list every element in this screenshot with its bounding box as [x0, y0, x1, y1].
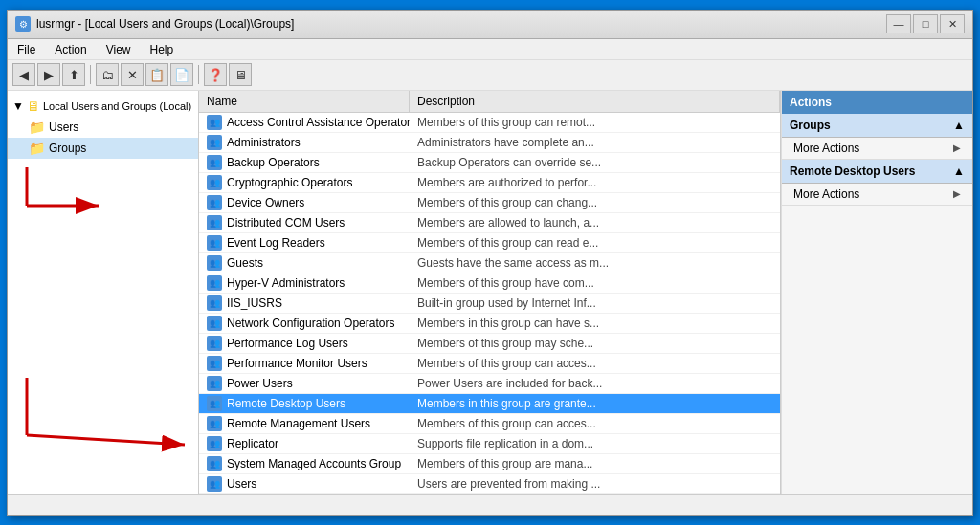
row-desc-text: Supports file replication in a dom... — [410, 435, 780, 452]
remote-desktop-section-chevron: ▲ — [953, 164, 965, 178]
column-header-name[interactable]: Name — [199, 91, 410, 112]
sidebar: ▼ 🖥 Local Users and Groups (Local) 📁 Use… — [8, 91, 199, 494]
more-actions-arrow-2: ▶ — [953, 188, 961, 199]
forward-button[interactable]: ▶ — [37, 63, 60, 86]
row-name-text: Device Owners — [227, 196, 304, 209]
minimize-button[interactable]: — — [886, 14, 911, 33]
group-row-icon: 👥 — [207, 336, 222, 351]
row-desc-text: Users are prevented from making ... — [410, 475, 780, 492]
more-actions-label-2: More Actions — [793, 187, 859, 201]
row-name: 👥IIS_IUSRS — [199, 294, 410, 313]
row-desc-text: Power Users are included for back... — [410, 375, 780, 392]
menu-bar: File Action View Help — [8, 39, 972, 60]
list-item[interactable]: 👥UsersUsers are prevented from making ..… — [199, 474, 780, 494]
group-row-icon: 👥 — [207, 316, 222, 331]
row-desc-text: Guests have the same access as m... — [410, 254, 780, 272]
new-button[interactable]: 📄 — [170, 63, 193, 86]
list-item[interactable]: 👥IIS_IUSRSBuilt-in group used by Interne… — [199, 294, 780, 314]
row-desc-text: Administrators have complete an... — [410, 134, 780, 151]
row-name-text: Power Users — [227, 377, 293, 390]
back-button[interactable]: ◀ — [12, 63, 35, 86]
row-name-text: Performance Log Users — [227, 337, 348, 350]
list-item[interactable]: 👥Performance Monitor UsersMembers of thi… — [199, 354, 780, 374]
row-name-text: Users — [227, 477, 256, 491]
group-row-icon: 👥 — [207, 416, 222, 431]
delete-button[interactable]: ✕ — [121, 63, 144, 86]
list-item[interactable]: 👥Cryptographic OperatorsMembers are auth… — [199, 173, 780, 193]
list-item[interactable]: 👥AdministratorsAdministrators have compl… — [199, 133, 780, 153]
list-item[interactable]: 👥Device OwnersMembers of this group can … — [199, 193, 780, 213]
list-item[interactable]: 👥Event Log ReadersMembers of this group … — [199, 233, 780, 253]
row-name-text: Performance Monitor Users — [227, 357, 368, 370]
group-row-icon: 👥 — [207, 195, 222, 210]
list-item[interactable]: 👥Power UsersPower Users are included for… — [199, 374, 780, 394]
menu-help[interactable]: Help — [141, 41, 184, 57]
list-item[interactable]: 👥System Managed Accounts GroupMembers of… — [199, 454, 780, 474]
row-name-text: Administrators — [227, 136, 301, 149]
group-row-icon: 👥 — [207, 175, 222, 190]
group-row-icon: 👥 — [207, 115, 222, 130]
actions-header: Actions — [782, 91, 972, 114]
close-button[interactable]: ✕ — [940, 14, 965, 33]
row-name: 👥Cryptographic Operators — [199, 173, 410, 192]
help-button[interactable]: ❓ — [204, 63, 227, 86]
column-header-description[interactable]: Description — [410, 91, 780, 112]
sidebar-root-item[interactable]: ▼ 🖥 Local Users and Groups (Local) — [8, 96, 198, 117]
row-desc-text: Members of this group can chang... — [410, 194, 780, 211]
maximize-button[interactable]: □ — [913, 14, 938, 33]
row-name: 👥Distributed COM Users — [199, 213, 410, 232]
list-item[interactable]: 👥Network Configuration OperatorsMembers … — [199, 314, 780, 334]
groups-folder-icon: 📁 — [29, 141, 45, 156]
remote-desktop-section-label: Remote Desktop Users — [790, 164, 915, 178]
list-item[interactable]: 👥GuestsGuests have the same access as m.… — [199, 253, 780, 273]
group-row-icon: 👥 — [207, 215, 222, 230]
row-desc-text: Members in this group can have s... — [410, 315, 780, 332]
up-button[interactable]: ⬆ — [62, 63, 85, 86]
toolbar: ◀ ▶ ⬆ 🗂 ✕ 📋 📄 ❓ 🖥 — [8, 60, 972, 91]
row-name: 👥System Managed Accounts Group — [199, 454, 410, 473]
remote-desktop-more-actions[interactable]: More Actions ▶ — [782, 184, 972, 205]
row-desc-text: Members of this group can acces... — [410, 355, 780, 372]
window-title: lusrmgr - [Local Users and Groups (Local… — [36, 17, 294, 31]
list-item[interactable]: 👥ReplicatorSupports file replication in … — [199, 434, 780, 454]
row-desc-text: Members of this group can remot... — [410, 114, 780, 131]
content-wrapper: ▼ 🖥 Local Users and Groups (Local) 📁 Use… — [8, 91, 972, 494]
sidebar-item-groups[interactable]: 📁 Groups — [8, 138, 198, 159]
list-item[interactable]: 👥Backup OperatorsBackup Operators can ov… — [199, 153, 780, 173]
group-row-icon: 👥 — [207, 456, 222, 471]
list-item[interactable]: 👥Distributed COM UsersMembers are allowe… — [199, 213, 780, 233]
group-row-icon: 👥 — [207, 235, 222, 251]
group-row-icon: 👥 — [207, 376, 222, 391]
group-row-icon: 👥 — [207, 436, 222, 451]
menu-action[interactable]: Action — [45, 41, 96, 57]
groups-label: Groups — [49, 142, 86, 155]
row-name: 👥Performance Log Users — [199, 334, 410, 353]
list-item[interactable]: 👥Performance Log UsersMembers of this gr… — [199, 334, 780, 354]
row-desc-text: Members of this group are mana... — [410, 455, 780, 472]
title-bar: ⚙ lusrmgr - [Local Users and Groups (Loc… — [8, 11, 972, 39]
list-item[interactable]: 👥Access Control Assistance OperatorsMemb… — [199, 113, 780, 133]
row-name-text: IIS_IUSRS — [227, 296, 282, 310]
menu-view[interactable]: View — [97, 41, 141, 57]
menu-file[interactable]: File — [8, 41, 45, 57]
status-bar — [8, 494, 972, 515]
mmc-button[interactable]: 🖥 — [229, 63, 252, 86]
groups-more-actions[interactable]: More Actions ▶ — [782, 138, 972, 159]
group-row-icon: 👥 — [207, 396, 222, 411]
users-folder-icon: 📁 — [29, 120, 45, 135]
sidebar-item-users[interactable]: 📁 Users — [8, 117, 198, 138]
row-name-text: System Managed Accounts Group — [227, 457, 401, 470]
list-item[interactable]: 👥Remote Management UsersMembers of this … — [199, 414, 780, 434]
list-item[interactable]: 👥Hyper-V AdministratorsMembers of this g… — [199, 273, 780, 294]
group-row-icon: 👥 — [207, 275, 222, 291]
remote-desktop-section-header[interactable]: Remote Desktop Users ▲ — [782, 160, 972, 184]
row-name: 👥Device Owners — [199, 193, 410, 212]
list-rows-container: 👥Access Control Assistance OperatorsMemb… — [199, 113, 780, 494]
row-desc-text: Members of this group can acces... — [410, 415, 780, 432]
properties-button[interactable]: 📋 — [145, 63, 168, 86]
row-name: 👥Administrators — [199, 133, 410, 152]
show-hide-button[interactable]: 🗂 — [96, 63, 119, 86]
groups-section-header[interactable]: Groups ▲ — [782, 114, 972, 138]
row-name: 👥Network Configuration Operators — [199, 314, 410, 333]
list-item[interactable]: 👥Remote Desktop UsersMembers in this gro… — [199, 394, 780, 414]
